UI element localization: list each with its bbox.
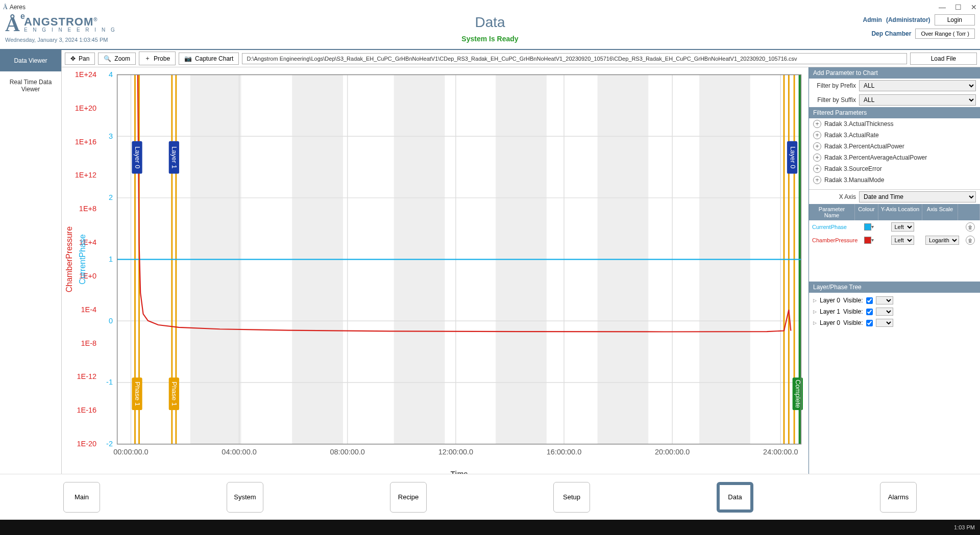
- axis-row: CurrentPhaseLeft🗑: [809, 220, 980, 234]
- app-name: Aeres: [10, 4, 26, 11]
- page-title: Data: [461, 14, 518, 31]
- svg-text:Phase 1: Phase 1: [170, 381, 178, 406]
- visible-checkbox[interactable]: [866, 320, 873, 326]
- sidebar-tab-realtime[interactable]: Real Time Data Viewer: [0, 71, 61, 100]
- tree-row: ▷Layer 0Visible:: [813, 317, 976, 328]
- pan-button[interactable]: ✥Pan: [65, 53, 95, 65]
- add-param-header: Add Parameter to Chart: [809, 67, 980, 79]
- param-item[interactable]: +Radak 3.PercentAverageActualPower: [809, 152, 980, 163]
- visible-checkbox[interactable]: [866, 297, 873, 304]
- param-list[interactable]: +Radak 3.ActualThickness+Radak 3.ActualR…: [809, 118, 980, 190]
- svg-text:12:00:00.0: 12:00:00.0: [438, 448, 473, 456]
- svg-text:1E-4: 1E-4: [81, 305, 97, 314]
- filter-suffix-select[interactable]: ALL: [859, 94, 976, 106]
- visible-label: Visible:: [843, 319, 863, 326]
- brand-subtitle: E N G I N E E R I N G: [24, 28, 117, 33]
- expand-icon[interactable]: ▷: [813, 298, 817, 303]
- nav-alarms[interactable]: Alarms: [880, 482, 917, 513]
- chart-area[interactable]: -2-1012341E-201E-161E-121E-81E-41E+01E+4…: [62, 67, 808, 474]
- add-param-icon[interactable]: +: [813, 154, 821, 162]
- close-icon[interactable]: ✕: [971, 3, 977, 11]
- chart-toolbar: ✥Pan 🔍Zoom ＋Probe 📷Capture Chart Load Fi…: [62, 50, 980, 67]
- svg-text:20:00:00.0: 20:00:00.0: [655, 448, 690, 456]
- visible-checkbox[interactable]: [866, 309, 873, 315]
- param-label: Radak 3.PercentActualPower: [824, 143, 904, 150]
- svg-text:16:00:00.0: 16:00:00.0: [547, 448, 581, 456]
- chevron-down-icon[interactable]: [871, 237, 874, 244]
- svg-text:00:00:00.0: 00:00:00.0: [113, 448, 148, 456]
- svg-text:3: 3: [109, 132, 113, 140]
- nav-main[interactable]: Main: [63, 482, 100, 513]
- nav-system[interactable]: System: [227, 482, 263, 513]
- minimize-icon[interactable]: —: [939, 3, 946, 11]
- expand-icon[interactable]: ▷: [813, 320, 817, 325]
- add-param-icon[interactable]: +: [813, 131, 821, 139]
- probe-button[interactable]: ＋Probe: [139, 52, 176, 65]
- nav-data[interactable]: Data: [717, 482, 753, 513]
- tree-label: Layer 0: [820, 319, 840, 326]
- svg-text:04:00:00.0: 04:00:00.0: [222, 448, 256, 456]
- expand-icon[interactable]: ▷: [813, 309, 817, 314]
- svg-text:Layer 1: Layer 1: [170, 146, 178, 168]
- tree-row: ▷Layer 1Visible:: [813, 306, 976, 317]
- svg-text:1: 1: [109, 255, 113, 263]
- color-swatch[interactable]: [864, 223, 871, 231]
- os-taskbar: 1:03 PM: [0, 520, 980, 535]
- sidebar-tab-data-viewer[interactable]: Data Viewer: [0, 50, 61, 71]
- tree-label: Layer 0: [820, 297, 840, 304]
- nav-recipe[interactable]: Recipe: [390, 482, 427, 513]
- add-param-icon[interactable]: +: [813, 120, 821, 128]
- param-item[interactable]: +Radak 3.SourceError: [809, 163, 980, 174]
- svg-text:4: 4: [109, 70, 113, 79]
- param-item[interactable]: +Radak 3.ActualRate: [809, 130, 980, 141]
- chamber-status-button[interactable]: Over Range ( Torr ): [915, 29, 975, 39]
- axis-param-name: ChamberPressure: [811, 237, 857, 243]
- add-param-icon[interactable]: +: [813, 165, 821, 173]
- add-param-icon[interactable]: +: [813, 142, 821, 150]
- load-file-button[interactable]: Load File: [910, 53, 977, 65]
- axis-scale-select[interactable]: Logarith: [925, 236, 959, 245]
- probe-icon: ＋: [144, 54, 151, 63]
- user-role: (Administrator): [886, 16, 930, 23]
- chevron-down-icon[interactable]: [871, 223, 874, 231]
- tree-options-select[interactable]: [876, 319, 893, 327]
- nav-setup[interactable]: Setup: [553, 482, 590, 513]
- visible-label: Visible:: [843, 308, 863, 315]
- tree-header: Layer/Phase Tree: [809, 282, 980, 293]
- filtered-params-header: Filtered Parameters: [809, 107, 980, 118]
- header: Åe ANGSTROM® E N G I N E E R I N G Wedne…: [0, 14, 980, 49]
- param-item[interactable]: +Radak 3.PercentActualPower: [809, 141, 980, 152]
- tree-options-select[interactable]: [876, 296, 893, 304]
- param-label: Radak 3.ActualThickness: [824, 120, 893, 128]
- delete-icon[interactable]: 🗑: [966, 236, 975, 245]
- color-swatch[interactable]: [864, 237, 871, 244]
- file-path-input[interactable]: [242, 53, 906, 64]
- param-item[interactable]: +Radak 3.ActualThickness: [809, 118, 980, 130]
- zoom-button[interactable]: 🔍Zoom: [98, 53, 136, 65]
- taskbar-time: 1:03 PM: [954, 524, 975, 530]
- bottom-nav: MainSystemRecipeSetupDataAlarms: [0, 474, 980, 520]
- axis-columns-header: Parameter Name Colour Y-Axis Location Ax…: [809, 204, 980, 220]
- login-button[interactable]: Login: [935, 14, 975, 26]
- add-param-icon[interactable]: +: [813, 176, 821, 184]
- user-name[interactable]: Admin: [863, 16, 882, 23]
- svg-text:1E-16: 1E-16: [77, 406, 96, 414]
- svg-text:1E+8: 1E+8: [79, 205, 96, 213]
- svg-text:24:00:00.0: 24:00:00.0: [763, 448, 798, 456]
- filter-prefix-select[interactable]: ALL: [859, 80, 976, 91]
- visible-label: Visible:: [843, 297, 863, 304]
- yaxis-location-select[interactable]: Left: [891, 222, 914, 232]
- param-item[interactable]: +Radak 3.ManualMode: [809, 174, 980, 186]
- tree-options-select[interactable]: [876, 308, 893, 316]
- svg-text:0: 0: [109, 317, 113, 325]
- xaxis-select[interactable]: Date and Time: [859, 191, 976, 202]
- camera-icon: 📷: [184, 55, 192, 62]
- maximize-icon[interactable]: ☐: [955, 3, 962, 11]
- yaxis-location-select[interactable]: Left: [891, 236, 914, 245]
- axis-row: ChamberPressureLeftLogarith🗑: [809, 234, 980, 247]
- pan-icon: ✥: [70, 55, 76, 62]
- svg-text:ChamberPressure: ChamberPressure: [65, 226, 74, 292]
- delete-icon[interactable]: 🗑: [966, 222, 975, 232]
- capture-chart-button[interactable]: 📷Capture Chart: [179, 53, 239, 65]
- chamber-label[interactable]: Dep Chamber: [871, 30, 911, 37]
